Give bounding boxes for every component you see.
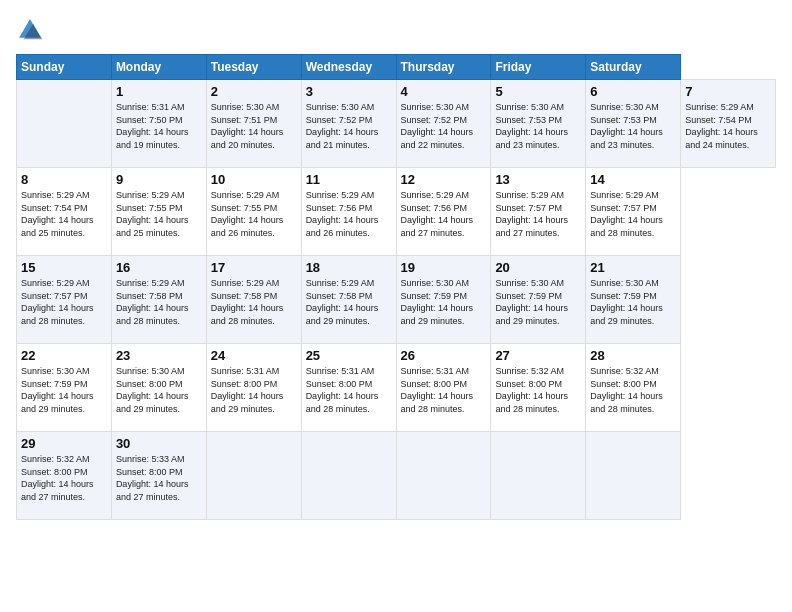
calendar-day-header: Thursday xyxy=(396,55,491,80)
calendar-week-row: 29Sunrise: 5:32 AMSunset: 8:00 PMDayligh… xyxy=(17,432,776,520)
daylight-text: Daylight: 14 hours and 27 minutes. xyxy=(21,479,94,502)
calendar-week-row: 1Sunrise: 5:31 AMSunset: 7:50 PMDaylight… xyxy=(17,80,776,168)
day-number: 29 xyxy=(21,436,107,451)
daylight-text: Daylight: 14 hours and 29 minutes. xyxy=(211,391,284,414)
day-detail: Sunrise: 5:30 AMSunset: 7:51 PMDaylight:… xyxy=(211,101,297,151)
day-number: 4 xyxy=(401,84,487,99)
day-detail: Sunrise: 5:30 AMSunset: 7:59 PMDaylight:… xyxy=(590,277,676,327)
calendar-day-cell: 12Sunrise: 5:29 AMSunset: 7:56 PMDayligh… xyxy=(396,168,491,256)
day-number: 27 xyxy=(495,348,581,363)
sunset-text: Sunset: 7:59 PM xyxy=(21,379,88,389)
calendar-empty-cell xyxy=(206,432,301,520)
day-number: 26 xyxy=(401,348,487,363)
day-detail: Sunrise: 5:31 AMSunset: 7:50 PMDaylight:… xyxy=(116,101,202,151)
day-number: 19 xyxy=(401,260,487,275)
day-number: 12 xyxy=(401,172,487,187)
day-detail: Sunrise: 5:29 AMSunset: 7:57 PMDaylight:… xyxy=(590,189,676,239)
daylight-text: Daylight: 14 hours and 27 minutes. xyxy=(116,479,189,502)
sunrise-text: Sunrise: 5:29 AM xyxy=(116,278,185,288)
day-number: 6 xyxy=(590,84,676,99)
daylight-text: Daylight: 14 hours and 21 minutes. xyxy=(306,127,379,150)
calendar-day-cell: 6Sunrise: 5:30 AMSunset: 7:53 PMDaylight… xyxy=(586,80,681,168)
calendar-week-row: 22Sunrise: 5:30 AMSunset: 7:59 PMDayligh… xyxy=(17,344,776,432)
sunset-text: Sunset: 7:50 PM xyxy=(116,115,183,125)
day-number: 18 xyxy=(306,260,392,275)
calendar-day-cell: 1Sunrise: 5:31 AMSunset: 7:50 PMDaylight… xyxy=(111,80,206,168)
calendar-day-cell: 2Sunrise: 5:30 AMSunset: 7:51 PMDaylight… xyxy=(206,80,301,168)
calendar-day-cell: 27Sunrise: 5:32 AMSunset: 8:00 PMDayligh… xyxy=(491,344,586,432)
daylight-text: Daylight: 14 hours and 25 minutes. xyxy=(21,215,94,238)
sunrise-text: Sunrise: 5:30 AM xyxy=(590,102,659,112)
sunrise-text: Sunrise: 5:30 AM xyxy=(116,366,185,376)
sunrise-text: Sunrise: 5:33 AM xyxy=(116,454,185,464)
sunset-text: Sunset: 7:55 PM xyxy=(116,203,183,213)
daylight-text: Daylight: 14 hours and 23 minutes. xyxy=(495,127,568,150)
daylight-text: Daylight: 14 hours and 24 minutes. xyxy=(685,127,758,150)
sunrise-text: Sunrise: 5:30 AM xyxy=(306,102,375,112)
daylight-text: Daylight: 14 hours and 26 minutes. xyxy=(211,215,284,238)
calendar-empty-cell xyxy=(301,432,396,520)
calendar-week-row: 8Sunrise: 5:29 AMSunset: 7:54 PMDaylight… xyxy=(17,168,776,256)
day-number: 7 xyxy=(685,84,771,99)
day-detail: Sunrise: 5:30 AMSunset: 7:59 PMDaylight:… xyxy=(21,365,107,415)
day-detail: Sunrise: 5:29 AMSunset: 7:54 PMDaylight:… xyxy=(21,189,107,239)
day-number: 30 xyxy=(116,436,202,451)
day-detail: Sunrise: 5:29 AMSunset: 7:56 PMDaylight:… xyxy=(401,189,487,239)
calendar-day-cell: 4Sunrise: 5:30 AMSunset: 7:52 PMDaylight… xyxy=(396,80,491,168)
daylight-text: Daylight: 14 hours and 27 minutes. xyxy=(401,215,474,238)
daylight-text: Daylight: 14 hours and 25 minutes. xyxy=(116,215,189,238)
calendar-day-cell: 23Sunrise: 5:30 AMSunset: 8:00 PMDayligh… xyxy=(111,344,206,432)
calendar-day-cell: 29Sunrise: 5:32 AMSunset: 8:00 PMDayligh… xyxy=(17,432,112,520)
day-detail: Sunrise: 5:29 AMSunset: 7:57 PMDaylight:… xyxy=(21,277,107,327)
calendar-day-cell: 13Sunrise: 5:29 AMSunset: 7:57 PMDayligh… xyxy=(491,168,586,256)
day-number: 21 xyxy=(590,260,676,275)
calendar-day-cell: 8Sunrise: 5:29 AMSunset: 7:54 PMDaylight… xyxy=(17,168,112,256)
sunset-text: Sunset: 8:00 PM xyxy=(211,379,278,389)
day-number: 16 xyxy=(116,260,202,275)
sunset-text: Sunset: 8:00 PM xyxy=(116,467,183,477)
sunset-text: Sunset: 7:57 PM xyxy=(495,203,562,213)
sunrise-text: Sunrise: 5:30 AM xyxy=(401,278,470,288)
calendar-day-cell: 5Sunrise: 5:30 AMSunset: 7:53 PMDaylight… xyxy=(491,80,586,168)
daylight-text: Daylight: 14 hours and 28 minutes. xyxy=(21,303,94,326)
calendar-day-cell: 24Sunrise: 5:31 AMSunset: 8:00 PMDayligh… xyxy=(206,344,301,432)
sunrise-text: Sunrise: 5:29 AM xyxy=(211,278,280,288)
page: SundayMondayTuesdayWednesdayThursdayFrid… xyxy=(0,0,792,612)
day-number: 3 xyxy=(306,84,392,99)
day-number: 1 xyxy=(116,84,202,99)
day-number: 17 xyxy=(211,260,297,275)
daylight-text: Daylight: 14 hours and 28 minutes. xyxy=(116,303,189,326)
calendar-day-cell: 28Sunrise: 5:32 AMSunset: 8:00 PMDayligh… xyxy=(586,344,681,432)
day-number: 23 xyxy=(116,348,202,363)
sunset-text: Sunset: 8:00 PM xyxy=(401,379,468,389)
daylight-text: Daylight: 14 hours and 20 minutes. xyxy=(211,127,284,150)
day-detail: Sunrise: 5:33 AMSunset: 8:00 PMDaylight:… xyxy=(116,453,202,503)
sunrise-text: Sunrise: 5:30 AM xyxy=(590,278,659,288)
calendar-day-cell: 25Sunrise: 5:31 AMSunset: 8:00 PMDayligh… xyxy=(301,344,396,432)
calendar-week-row: 15Sunrise: 5:29 AMSunset: 7:57 PMDayligh… xyxy=(17,256,776,344)
calendar-day-cell: 17Sunrise: 5:29 AMSunset: 7:58 PMDayligh… xyxy=(206,256,301,344)
day-detail: Sunrise: 5:31 AMSunset: 8:00 PMDaylight:… xyxy=(306,365,392,415)
daylight-text: Daylight: 14 hours and 27 minutes. xyxy=(495,215,568,238)
day-number: 15 xyxy=(21,260,107,275)
sunset-text: Sunset: 7:59 PM xyxy=(495,291,562,301)
calendar-day-cell: 10Sunrise: 5:29 AMSunset: 7:55 PMDayligh… xyxy=(206,168,301,256)
sunrise-text: Sunrise: 5:31 AM xyxy=(211,366,280,376)
sunrise-text: Sunrise: 5:29 AM xyxy=(116,190,185,200)
calendar-body: 1Sunrise: 5:31 AMSunset: 7:50 PMDaylight… xyxy=(17,80,776,520)
day-detail: Sunrise: 5:29 AMSunset: 7:58 PMDaylight:… xyxy=(211,277,297,327)
calendar-day-cell: 11Sunrise: 5:29 AMSunset: 7:56 PMDayligh… xyxy=(301,168,396,256)
sunset-text: Sunset: 7:56 PM xyxy=(306,203,373,213)
day-number: 20 xyxy=(495,260,581,275)
day-detail: Sunrise: 5:30 AMSunset: 7:53 PMDaylight:… xyxy=(495,101,581,151)
day-detail: Sunrise: 5:29 AMSunset: 7:58 PMDaylight:… xyxy=(306,277,392,327)
sunset-text: Sunset: 7:52 PM xyxy=(306,115,373,125)
sunset-text: Sunset: 7:55 PM xyxy=(211,203,278,213)
calendar-day-cell: 20Sunrise: 5:30 AMSunset: 7:59 PMDayligh… xyxy=(491,256,586,344)
day-detail: Sunrise: 5:30 AMSunset: 7:52 PMDaylight:… xyxy=(306,101,392,151)
daylight-text: Daylight: 14 hours and 29 minutes. xyxy=(401,303,474,326)
day-detail: Sunrise: 5:29 AMSunset: 7:55 PMDaylight:… xyxy=(116,189,202,239)
daylight-text: Daylight: 14 hours and 28 minutes. xyxy=(590,215,663,238)
day-number: 11 xyxy=(306,172,392,187)
header xyxy=(16,16,776,44)
